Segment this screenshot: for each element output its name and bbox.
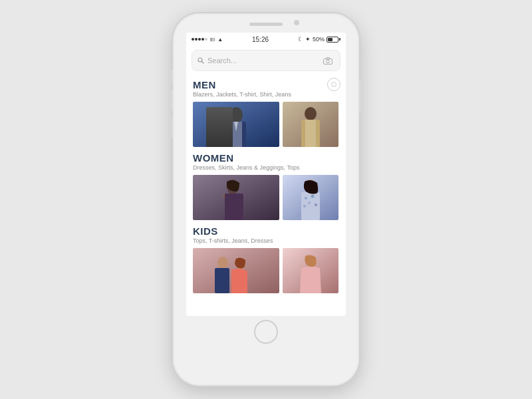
category-men-images	[193, 102, 339, 147]
signal-dot-5	[205, 38, 207, 41]
svg-rect-4	[327, 57, 330, 59]
kids-image-2[interactable]	[283, 248, 338, 293]
svg-point-5	[332, 82, 336, 87]
category-women: WOMEN Dresses, Skirts, Jeans & Jeggings,…	[186, 148, 346, 221]
home-button[interactable]	[254, 320, 278, 344]
battery-indicator	[327, 37, 340, 43]
status-right: ☾ ✦ 50%	[298, 36, 340, 43]
mute-button[interactable]	[170, 70, 173, 83]
moon-icon: ☾	[298, 36, 303, 43]
status-time: 15:26	[252, 36, 269, 43]
category-kids-title: KIDS	[193, 225, 339, 237]
svg-rect-17	[225, 194, 243, 220]
svg-rect-14	[305, 120, 316, 147]
phone-screen: El ▲ 15:26 ☾ ✦ 50%	[186, 33, 346, 316]
scroll-content: MEN Blazers, Jackets, T-shirt, Shirt, Je…	[186, 75, 346, 316]
phone-frame: El ▲ 15:26 ☾ ✦ 50%	[173, 13, 359, 386]
signal-dot-4	[201, 38, 204, 41]
category-women-subtitle: Dresses, Skirts, Jeans & Jeggings, Tops	[193, 164, 339, 171]
men-image-2[interactable]	[283, 102, 338, 147]
svg-point-22	[311, 195, 315, 198]
search-icon	[198, 55, 204, 66]
svg-point-24	[303, 205, 306, 207]
category-men: MEN Blazers, Jackets, T-shirt, Shirt, Je…	[186, 75, 346, 148]
svg-rect-28	[215, 268, 229, 293]
signal-dot-2	[195, 38, 198, 41]
signal-dot-3	[198, 38, 201, 41]
volume-down-button[interactable]	[170, 116, 173, 138]
women-image-1[interactable]	[193, 175, 279, 220]
carrier-label: El	[210, 37, 215, 43]
bluetooth-icon: ✦	[305, 36, 311, 43]
svg-point-7	[229, 107, 243, 123]
svg-point-21	[305, 197, 307, 200]
search-input-wrap[interactable]: Search...	[192, 50, 340, 71]
category-men-title: MEN	[193, 79, 339, 90]
category-kids-subtitle: Tops, T-shirts, Jeans, Dresses	[193, 237, 339, 244]
status-left: El ▲	[192, 37, 223, 43]
search-bar[interactable]: Search...	[186, 46, 346, 75]
svg-point-3	[327, 60, 330, 63]
search-placeholder: Search...	[207, 57, 321, 65]
battery-pct: 50%	[313, 36, 325, 43]
camera-icon[interactable]	[321, 54, 334, 67]
volume-up-button[interactable]	[170, 90, 173, 111]
svg-rect-2	[324, 59, 332, 64]
svg-point-27	[217, 257, 228, 269]
front-camera	[294, 20, 299, 25]
signal-indicator	[192, 38, 207, 41]
speaker	[249, 23, 283, 26]
category-women-images	[193, 175, 339, 220]
wifi-icon: ▲	[217, 37, 223, 43]
category-kids-images	[193, 248, 339, 293]
signal-dot-1	[192, 38, 194, 41]
category-kids: KIDS Tops, T-shirts, Jeans, Dresses	[186, 221, 346, 295]
svg-point-12	[305, 107, 317, 120]
svg-point-23	[308, 201, 311, 204]
men-image-1[interactable]	[193, 102, 279, 147]
power-button[interactable]	[359, 80, 362, 113]
status-bar: El ▲ 15:26 ☾ ✦ 50%	[186, 33, 346, 46]
women-image-2[interactable]	[283, 175, 338, 220]
kids-image-1[interactable]	[193, 248, 279, 293]
svg-point-25	[315, 203, 317, 206]
category-men-subtitle: Blazers, Jackets, T-shirt, Shirt, Jeans	[193, 91, 339, 98]
category-women-title: WOMEN	[193, 152, 339, 164]
men-toggle[interactable]	[327, 78, 340, 91]
svg-line-1	[202, 62, 204, 64]
